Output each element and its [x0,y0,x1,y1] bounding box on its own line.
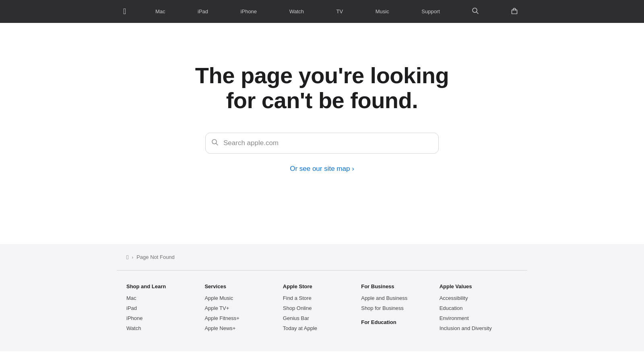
footer-link-ipad[interactable]: iPad [126,305,204,311]
footer-col-apple-store: Apple Store Find a Store Shop Online Gen… [283,283,361,335]
nav-item-music[interactable]: Music [372,8,392,14]
footer-col-business: For Business Apple and Business Shop for… [361,283,439,335]
footer-col-title-values: Apple Values [440,283,518,289]
footer-col-title-business: For Business [361,283,439,289]
footer-col-services: Services Apple Music Apple TV+ Apple Fit… [204,283,283,335]
main-content: The page you're looking for can't be fou… [0,23,644,244]
footer-col-title-apple-store: Apple Store [283,283,361,289]
nav-item-watch[interactable]: Watch [286,8,307,14]
nav-item-ipad[interactable]: iPad [194,8,211,14]
breadcrumb:  › Page Not Found [117,254,527,271]
footer-link-education[interactable]: Education [440,305,518,311]
search-input[interactable] [205,133,439,154]
sitemap-link[interactable]: Or see our site map › [290,165,354,173]
svg-line-1 [477,12,479,14]
footer-link-shop-online[interactable]: Shop Online [283,305,361,311]
footer-col-shop-learn: Shop and Learn Mac iPad iPhone Watch [126,283,204,335]
footer-link-apple-and-business[interactable]: Apple and Business [361,295,439,301]
apple-logo[interactable]:  [123,7,126,16]
footer-link-apple-fitness[interactable]: Apple Fitness+ [204,315,283,321]
footer-link-genius-bar[interactable]: Genius Bar [283,315,361,321]
bag-icon[interactable] [508,8,521,16]
footer-link-iphone[interactable]: iPhone [126,315,204,321]
breadcrumb-page-not-found: Page Not Found [136,254,175,260]
footer-link-apple-tv[interactable]: Apple TV+ [204,305,283,311]
footer-col-title-services: Services [204,283,283,289]
footer-link-watch[interactable]: Watch [126,325,204,331]
footer-col-values: Apple Values Accessibility Education Env… [440,283,518,335]
footer-col-title-shop-learn: Shop and Learn [126,283,204,289]
footer-link-accessibility[interactable]: Accessibility [440,295,518,301]
footer-col-subtitle-education: For Education [361,319,439,325]
nav-item-mac[interactable]: Mac [152,8,169,14]
footer-link-inclusion[interactable]: Inclusion and Diversity [440,325,518,331]
footer-link-apple-news[interactable]: Apple News+ [204,325,283,331]
footer-link-apple-music[interactable]: Apple Music [204,295,283,301]
footer-apple-logo[interactable]:  [126,254,128,260]
nav-item-tv[interactable]: TV [333,8,347,14]
svg-rect-2 [512,10,517,14]
nav-item-iphone[interactable]: iPhone [237,8,260,14]
nav-item-support[interactable]: Support [418,8,443,14]
error-heading: The page you're looking for can't be fou… [181,63,463,113]
main-nav:  Mac iPad iPhone Watch TV Music Support [0,0,644,23]
footer-link-today-at-apple[interactable]: Today at Apple [283,325,361,331]
footer-link-mac[interactable]: Mac [126,295,204,301]
search-icon[interactable] [469,8,482,16]
footer-link-shop-for-business[interactable]: Shop for Business [361,305,439,311]
footer-link-environment[interactable]: Environment [440,315,518,321]
footer-columns: Shop and Learn Mac iPad iPhone Watch Ser… [117,271,527,335]
footer:  › Page Not Found Shop and Learn Mac iP… [0,244,644,351]
search-container [205,133,439,154]
breadcrumb-chevron: › [132,255,133,260]
footer-link-find-store[interactable]: Find a Store [283,295,361,301]
